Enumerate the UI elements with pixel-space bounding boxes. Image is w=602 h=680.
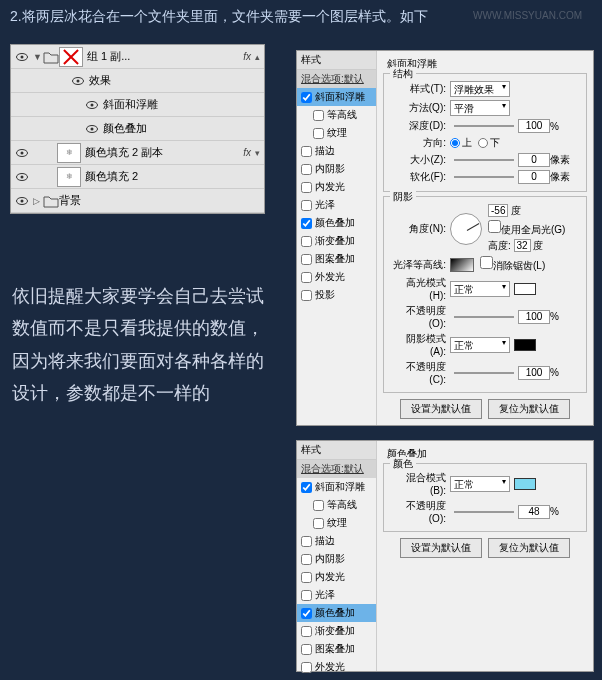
highlight-color-swatch[interactable]	[514, 283, 536, 295]
style-checkbox[interactable]	[301, 536, 312, 547]
overlay-color-swatch[interactable]	[514, 478, 536, 490]
style-patternoverlay[interactable]: 图案叠加	[297, 250, 376, 268]
style-checkbox[interactable]	[313, 110, 324, 121]
blending-options[interactable]: 混合选项:默认	[297, 460, 376, 478]
depth-input[interactable]: 100	[518, 119, 550, 133]
shadow-color-swatch[interactable]	[514, 339, 536, 351]
style-checkbox[interactable]	[313, 500, 324, 511]
effects-row[interactable]: 效果	[11, 69, 264, 93]
style-checkbox[interactable]	[301, 482, 312, 493]
style-select[interactable]: 浮雕效果	[450, 81, 510, 97]
style-outerglow[interactable]: 外发光	[297, 658, 376, 676]
style-satin[interactable]: 光泽	[297, 196, 376, 214]
highlight-mode-select[interactable]: 正常	[450, 281, 510, 297]
visibility-icon[interactable]	[85, 122, 99, 136]
style-innerglow[interactable]: 内发光	[297, 178, 376, 196]
style-satin[interactable]: 光泽	[297, 586, 376, 604]
style-checkbox[interactable]	[313, 518, 324, 529]
style-innershadow[interactable]: 内阴影	[297, 550, 376, 568]
style-checkbox[interactable]	[301, 590, 312, 601]
style-checkbox[interactable]	[301, 146, 312, 157]
visibility-icon[interactable]	[85, 98, 99, 112]
soften-input[interactable]: 0	[518, 170, 550, 184]
style-stroke[interactable]: 描边	[297, 142, 376, 160]
style-checkbox[interactable]	[301, 182, 312, 193]
label: 不透明度(O):	[390, 499, 446, 524]
bevel-effect-row[interactable]: 斜面和浮雕	[11, 93, 264, 117]
fx-toggle-icon[interactable]: ▴	[255, 52, 260, 62]
style-coloroverlay[interactable]: 颜色叠加	[297, 214, 376, 232]
style-dropshadow[interactable]: 投影	[297, 676, 376, 680]
shadow-opacity-input[interactable]: 100	[518, 366, 550, 380]
reset-default-button[interactable]: 复位为默认值	[488, 538, 570, 558]
blending-options[interactable]: 混合选项:默认	[297, 70, 376, 88]
visibility-icon[interactable]	[15, 170, 29, 184]
visibility-icon[interactable]	[15, 146, 29, 160]
angle-dial[interactable]	[450, 213, 482, 245]
direction-down-radio[interactable]	[478, 138, 488, 148]
direction-up-radio[interactable]	[450, 138, 460, 148]
visibility-icon[interactable]	[15, 194, 29, 208]
style-checkbox[interactable]	[313, 128, 324, 139]
fill-layer-row[interactable]: ❄ 颜色填充 2 副本 fx ▾	[11, 141, 264, 165]
style-checkbox[interactable]	[301, 254, 312, 265]
style-checkbox[interactable]	[301, 164, 312, 175]
style-checkbox[interactable]	[301, 218, 312, 229]
style-dropshadow[interactable]: 投影	[297, 286, 376, 304]
gloss-contour-picker[interactable]	[450, 258, 474, 272]
style-innerglow[interactable]: 内发光	[297, 568, 376, 586]
global-light-checkbox[interactable]	[488, 220, 501, 233]
style-checkbox[interactable]	[301, 272, 312, 283]
coloroverlay-effect-row[interactable]: 颜色叠加	[11, 117, 264, 141]
visibility-icon[interactable]	[71, 74, 85, 88]
style-bevel[interactable]: 斜面和浮雕	[297, 478, 376, 496]
set-default-button[interactable]: 设置为默认值	[400, 399, 482, 419]
style-checkbox[interactable]	[301, 236, 312, 247]
style-innershadow[interactable]: 内阴影	[297, 160, 376, 178]
style-checkbox[interactable]	[301, 200, 312, 211]
fx-toggle-icon[interactable]: ▾	[255, 148, 260, 158]
size-slider[interactable]	[454, 159, 514, 161]
shadow-mode-select[interactable]: 正常	[450, 337, 510, 353]
style-checkbox[interactable]	[301, 644, 312, 655]
expand-icon[interactable]: ▷	[33, 196, 43, 206]
soften-slider[interactable]	[454, 176, 514, 178]
style-checkbox[interactable]	[301, 554, 312, 565]
highlight-opacity-slider[interactable]	[454, 316, 514, 318]
angle-input[interactable]: -56	[488, 204, 508, 217]
shadow-opacity-slider[interactable]	[454, 372, 514, 374]
style-outerglow[interactable]: 外发光	[297, 268, 376, 286]
altitude-input[interactable]: 32	[514, 239, 531, 252]
layer-group[interactable]: ▼ 组 1 副... fx ▴	[11, 45, 264, 69]
style-bevel[interactable]: 斜面和浮雕	[297, 88, 376, 106]
opacity-slider[interactable]	[454, 511, 514, 513]
style-checkbox[interactable]	[301, 662, 312, 673]
style-checkbox[interactable]	[301, 626, 312, 637]
style-checkbox[interactable]	[301, 92, 312, 103]
reset-default-button[interactable]: 复位为默认值	[488, 399, 570, 419]
set-default-button[interactable]: 设置为默认值	[400, 538, 482, 558]
expand-icon[interactable]: ▼	[33, 52, 43, 62]
style-checkbox[interactable]	[301, 572, 312, 583]
style-checkbox[interactable]	[301, 608, 312, 619]
antialias-checkbox[interactable]	[480, 256, 493, 269]
visibility-icon[interactable]	[15, 50, 29, 64]
style-texture[interactable]: 纹理	[297, 514, 376, 532]
style-checkbox[interactable]	[301, 290, 312, 301]
style-coloroverlay[interactable]: 颜色叠加	[297, 604, 376, 622]
size-input[interactable]: 0	[518, 153, 550, 167]
style-contour[interactable]: 等高线	[297, 496, 376, 514]
opacity-input[interactable]: 48	[518, 505, 550, 519]
style-patternoverlay[interactable]: 图案叠加	[297, 640, 376, 658]
style-contour[interactable]: 等高线	[297, 106, 376, 124]
fill-layer-row[interactable]: ❄ 颜色填充 2	[11, 165, 264, 189]
style-gradientoverlay[interactable]: 渐变叠加	[297, 622, 376, 640]
style-stroke[interactable]: 描边	[297, 532, 376, 550]
technique-select[interactable]: 平滑	[450, 100, 510, 116]
background-layer-row[interactable]: ▷ 背景	[11, 189, 264, 213]
highlight-opacity-input[interactable]: 100	[518, 310, 550, 324]
blend-mode-select[interactable]: 正常	[450, 476, 510, 492]
depth-slider[interactable]	[454, 125, 514, 127]
style-gradientoverlay[interactable]: 渐变叠加	[297, 232, 376, 250]
style-texture[interactable]: 纹理	[297, 124, 376, 142]
